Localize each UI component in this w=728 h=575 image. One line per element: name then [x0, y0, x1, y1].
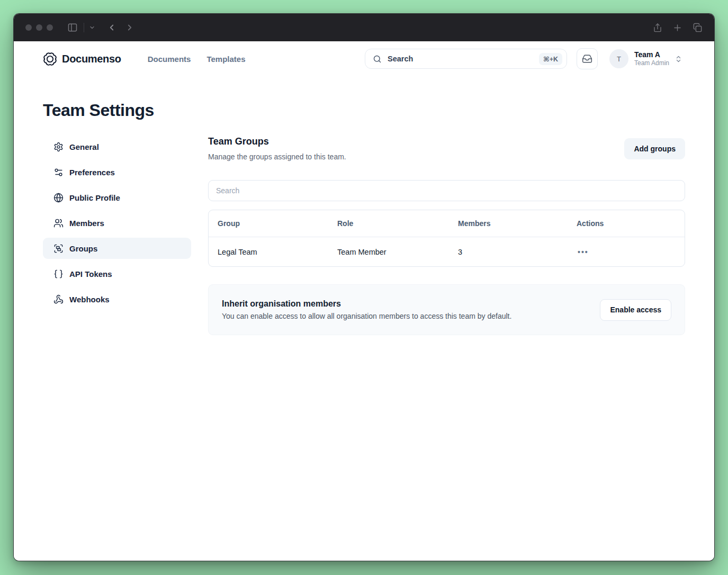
tab-overview-icon[interactable] — [693, 23, 703, 33]
sidebar-item-general[interactable]: General — [43, 136, 191, 157]
sidebar-item-webhooks[interactable]: Webhooks — [43, 289, 191, 310]
group-icon — [53, 244, 64, 254]
account-team-name: Team A — [634, 50, 669, 59]
app-header: Documenso Documents Templates Search ⌘+K — [14, 41, 714, 76]
nav-documents[interactable]: Documents — [148, 55, 191, 64]
minimize-window-button[interactable] — [36, 24, 42, 31]
column-header-role: Role — [328, 219, 449, 228]
groups-table: Group Role Members Actions Legal Team Te… — [208, 210, 685, 267]
main-content: Team Settings General — [14, 76, 714, 561]
new-tab-icon[interactable] — [672, 23, 682, 33]
team-groups-panel: Team Groups Manage the groups assigned t… — [208, 136, 685, 335]
cell-role: Team Member — [328, 248, 449, 256]
sidebar-chevron-down-icon[interactable] — [89, 24, 95, 31]
column-header-actions: Actions — [568, 219, 685, 228]
global-search-button[interactable]: Search ⌘+K — [365, 49, 567, 69]
chevrons-up-down-icon — [675, 55, 682, 63]
brand[interactable]: Documenso — [43, 52, 121, 66]
table-header-row: Group Role Members Actions — [209, 210, 685, 237]
forward-button[interactable] — [125, 23, 134, 32]
groups-search-input[interactable] — [208, 180, 685, 201]
zoom-window-button[interactable] — [47, 24, 53, 31]
titlebar-divider — [84, 23, 84, 32]
search-label: Search — [388, 55, 413, 63]
sidebar-item-label: Preferences — [69, 168, 115, 177]
sliders-icon — [53, 167, 64, 177]
toggle-sidebar-icon[interactable] — [67, 22, 78, 33]
top-nav: Documents Templates — [148, 55, 246, 64]
sidebar-item-groups[interactable]: Groups — [43, 238, 191, 259]
inbox-icon — [582, 53, 592, 64]
team-switcher[interactable]: T Team A Team Admin — [609, 49, 682, 68]
sidebar-item-public-profile[interactable]: Public Profile — [43, 187, 191, 208]
inherit-description: You can enable access to allow all organ… — [222, 312, 511, 320]
add-groups-button[interactable]: Add groups — [624, 138, 685, 159]
brand-name: Documenso — [62, 53, 121, 65]
close-window-button[interactable] — [25, 24, 32, 31]
sidebar-item-label: General — [69, 142, 99, 151]
braces-icon — [53, 269, 64, 279]
sidebar-item-label: Members — [69, 219, 104, 228]
cell-members-count: 3 — [449, 248, 568, 256]
sidebar-item-label: Public Profile — [69, 193, 120, 202]
table-row: Legal Team Team Member 3 ••• — [209, 237, 685, 266]
inherit-members-card: Inherit organisation members You can ena… — [208, 284, 685, 335]
browser-window: Documenso Documents Templates Search ⌘+K — [13, 13, 715, 561]
section-subtitle: Manage the groups assigned to this team. — [208, 152, 346, 161]
sidebar-item-members[interactable]: Members — [43, 212, 191, 233]
section-title: Team Groups — [208, 136, 346, 147]
sidebar-item-preferences[interactable]: Preferences — [43, 161, 191, 183]
back-button[interactable] — [107, 23, 116, 32]
sidebar-item-label: API Tokens — [69, 269, 112, 278]
globe-icon — [53, 193, 64, 203]
search-icon — [373, 55, 382, 64]
nav-templates[interactable]: Templates — [206, 55, 245, 64]
avatar: T — [609, 49, 628, 68]
share-icon[interactable] — [653, 23, 662, 33]
webhook-icon — [53, 294, 64, 304]
titlebar — [14, 14, 714, 41]
column-header-members: Members — [449, 219, 568, 228]
sidebar-item-api-tokens[interactable]: API Tokens — [43, 263, 191, 284]
documenso-logo-icon — [43, 52, 57, 66]
page-title: Team Settings — [43, 101, 685, 120]
settings-sidebar: General Preferences Public — [43, 136, 191, 314]
inbox-button[interactable] — [577, 48, 598, 69]
row-actions-ellipsis-button[interactable]: ••• — [577, 246, 590, 258]
sidebar-item-label: Groups — [69, 244, 97, 253]
sidebar-item-label: Webhooks — [69, 295, 110, 304]
column-header-group: Group — [209, 219, 328, 228]
account-role: Team Admin — [634, 60, 669, 67]
search-shortcut-badge: ⌘+K — [539, 53, 562, 65]
gear-icon — [53, 142, 64, 152]
traffic-lights — [25, 24, 53, 31]
cell-group-name: Legal Team — [209, 248, 328, 256]
users-icon — [53, 218, 64, 228]
inherit-title: Inherit organisation members — [222, 299, 511, 309]
enable-access-button[interactable]: Enable access — [600, 299, 671, 321]
